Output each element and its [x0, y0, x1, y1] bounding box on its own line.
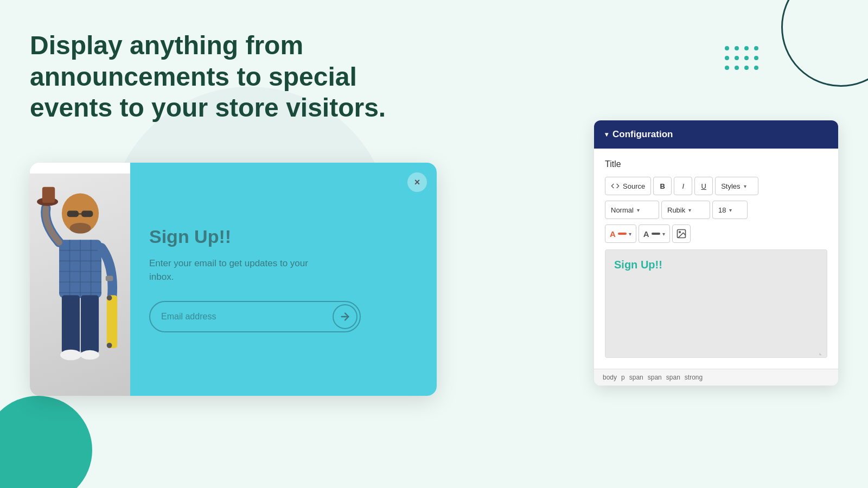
chevron-icon: ▾: [605, 131, 608, 138]
svg-point-19: [80, 350, 99, 360]
config-header-label: Configuration: [612, 129, 673, 140]
italic-button[interactable]: I: [674, 177, 692, 195]
bold-label: B: [660, 182, 665, 190]
config-panel: ▾ Configuration Title Source B I: [594, 120, 838, 386]
svg-rect-1: [67, 211, 78, 217]
svg-rect-2: [81, 211, 92, 217]
dot: [735, 56, 739, 60]
status-p: p: [621, 374, 625, 381]
font-dropdown-arrow: ▾: [688, 207, 691, 213]
image-icon: [676, 228, 687, 239]
toolbar-row-3: A ▾ A ▾: [605, 224, 827, 243]
popup-content-right: × Sign Up!! Enter your email to get upda…: [130, 163, 437, 396]
svg-point-26: [679, 232, 681, 233]
bold-button[interactable]: B: [653, 177, 672, 195]
source-icon: [611, 182, 620, 190]
dot: [725, 56, 729, 60]
person-illustration: [37, 182, 124, 388]
bg-color-swatch: [652, 233, 660, 235]
popup-title: Sign Up!!: [149, 226, 415, 247]
close-button[interactable]: ×: [407, 172, 427, 192]
svg-rect-15: [42, 187, 54, 203]
bg-circle-bottom-left: [0, 396, 92, 488]
dot: [744, 46, 749, 50]
status-span-1: span: [629, 374, 643, 381]
text-color-button[interactable]: A ▾: [605, 224, 636, 243]
dot: [744, 66, 749, 70]
submit-button[interactable]: [333, 304, 358, 329]
underline-label: U: [701, 182, 706, 190]
format-dropdown[interactable]: Normal ▾: [605, 201, 659, 219]
editor-area[interactable]: Sign Up!! ⌞: [605, 249, 827, 358]
svg-rect-20: [106, 295, 117, 348]
insert-image-button[interactable]: [672, 224, 691, 243]
toolbar-row-1: Source B I U Styles ▾: [605, 177, 827, 195]
dot: [725, 66, 729, 70]
config-section-title: Title: [605, 159, 827, 169]
svg-point-4: [69, 223, 91, 233]
size-dropdown-arrow: ▾: [729, 207, 732, 213]
status-strong: strong: [685, 374, 703, 381]
config-header: ▾ Configuration: [594, 120, 838, 149]
svg-point-22: [106, 343, 112, 348]
hero-title: Display anything from announcements to s…: [30, 30, 410, 124]
hero-section: Display anything from announcements to s…: [30, 30, 410, 124]
dot: [754, 56, 758, 60]
arrow-right-icon: [339, 311, 351, 323]
bg-circle-top-right: [781, 0, 868, 87]
dot: [735, 66, 739, 70]
font-dropdown[interactable]: Rubik ▾: [661, 201, 710, 219]
bg-color-label: A: [643, 229, 649, 239]
popup-card: × Sign Up!! Enter your email to get upda…: [30, 163, 437, 396]
text-color-swatch: [618, 233, 627, 235]
styles-dropdown-arrow: ▾: [744, 183, 746, 189]
editor-content: Sign Up!!: [614, 259, 818, 271]
dot: [754, 66, 758, 70]
dot: [754, 46, 758, 50]
svg-point-21: [106, 295, 112, 300]
styles-dropdown[interactable]: Styles ▾: [715, 177, 758, 195]
text-color-label: A: [610, 229, 616, 239]
dot-grid-decoration: [725, 46, 760, 71]
svg-point-18: [60, 350, 81, 360]
styles-label: Styles: [721, 182, 740, 190]
svg-rect-23: [105, 275, 113, 281]
bg-color-arrow: ▾: [662, 231, 665, 237]
status-bar: body p span span span strong: [594, 369, 838, 386]
underline-button[interactable]: U: [694, 177, 713, 195]
popup-subtitle: Enter your email to get updates to your …: [149, 257, 323, 284]
email-form-row: [149, 301, 361, 332]
status-span-2: span: [648, 374, 662, 381]
italic-label: I: [682, 182, 684, 190]
dot: [744, 56, 749, 60]
font-label: Rubik: [667, 206, 685, 214]
dot: [725, 46, 729, 50]
dot: [735, 46, 739, 50]
size-dropdown[interactable]: 18 ▾: [712, 201, 748, 219]
size-label: 18: [718, 206, 726, 214]
format-label: Normal: [611, 206, 634, 214]
svg-rect-17: [80, 295, 98, 353]
email-input[interactable]: [161, 312, 333, 322]
source-label: Source: [623, 182, 645, 190]
popup-image-left: [30, 163, 130, 396]
config-body: Title Source B I U: [594, 149, 838, 369]
text-color-arrow: ▾: [629, 231, 631, 237]
status-span-3: span: [666, 374, 680, 381]
format-dropdown-arrow: ▾: [637, 207, 640, 213]
bg-color-button[interactable]: A ▾: [639, 224, 670, 243]
status-body: body: [603, 374, 617, 381]
person-placeholder: [30, 174, 130, 396]
svg-rect-16: [61, 295, 79, 353]
toolbar-row-2: Normal ▾ Rubik ▾ 18 ▾: [605, 201, 827, 219]
resize-handle[interactable]: ⌞: [819, 350, 827, 357]
source-button[interactable]: Source: [605, 177, 651, 195]
